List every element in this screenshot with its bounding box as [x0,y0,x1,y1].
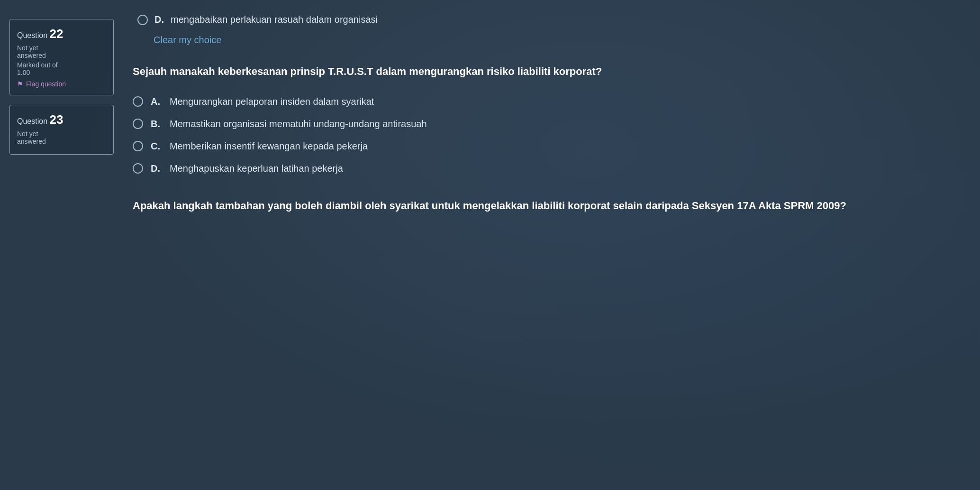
prev-option-d: D. mengabaikan perlakuan rasuah dalam or… [133,14,961,25]
option-a-label: A. [151,96,162,107]
question22-number: Question 22 [17,27,106,41]
option-c-text: Memberikan insentif kewangan kepada peke… [170,141,368,152]
question23-card: Question 23 Not yet answered [9,105,114,155]
question23-label-prefix: Question [17,117,49,125]
question22-section: Sejauh manakah keberkesanan prinsip T.R.… [133,65,961,174]
option-d-text: Menghapuskan keperluan latihan pekerja [170,163,343,174]
prev-option-d-label: D. [154,14,164,25]
question22-text: Sejauh manakah keberkesanan prinsip T.R.… [133,65,961,79]
prev-option-d-text: mengabaikan perlakuan rasuah dalam organ… [171,14,378,25]
option-b-text: Memastikan organisasi mematuhi undang-un… [170,119,427,129]
option-d-label: D. [151,163,162,174]
question22-status: Not yet answered [17,44,106,59]
radio-c[interactable] [133,141,143,151]
flag-icon: ⚑ [17,80,23,88]
question23-num: 23 [49,112,63,127]
prev-question-section: D. mengabaikan perlakuan rasuah dalam or… [133,14,961,46]
option-a-item[interactable]: A. Mengurangkan pelaporan insiden dalam … [133,96,961,107]
question22-options: A. Mengurangkan pelaporan insiden dalam … [133,96,961,174]
radio-b[interactable] [133,119,143,129]
option-c-item[interactable]: C. Memberikan insentif kewangan kepada p… [133,141,961,152]
clear-my-choice-link[interactable]: Clear my choice [133,35,221,45]
option-b-label: B. [151,119,162,129]
question22-card: Question 22 Not yet answered Marked out … [9,19,114,95]
left-sidebar: Question 22 Not yet answered Marked out … [0,9,123,218]
radio-d[interactable] [133,163,143,174]
option-d-item[interactable]: D. Menghapuskan keperluan latihan pekerj… [133,163,961,174]
question23-status: Not yet answered [17,130,106,145]
question23-number: Question 23 [17,112,106,127]
question22-num: 22 [49,27,63,41]
option-c-label: C. [151,141,162,152]
main-content: D. mengabaikan perlakuan rasuah dalam or… [123,9,980,218]
question22-label-prefix: Question [17,31,49,39]
option-a-text: Mengurangkan pelaporan insiden dalam sya… [170,96,374,107]
radio-option-d-prev[interactable] [137,15,148,25]
question23-section: Apakah langkah tambahan yang boleh diamb… [133,198,961,213]
question23-text: Apakah langkah tambahan yang boleh diamb… [133,198,961,213]
option-b-item[interactable]: B. Memastikan organisasi mematuhi undang… [133,119,961,129]
radio-a[interactable] [133,96,143,107]
page-wrapper: Question 22 Not yet answered Marked out … [0,0,980,228]
flag-label: Flag question [26,80,66,88]
flag-question22-button[interactable]: ⚑ Flag question [17,80,106,88]
question22-marked: Marked out of 1.00 [17,61,106,76]
